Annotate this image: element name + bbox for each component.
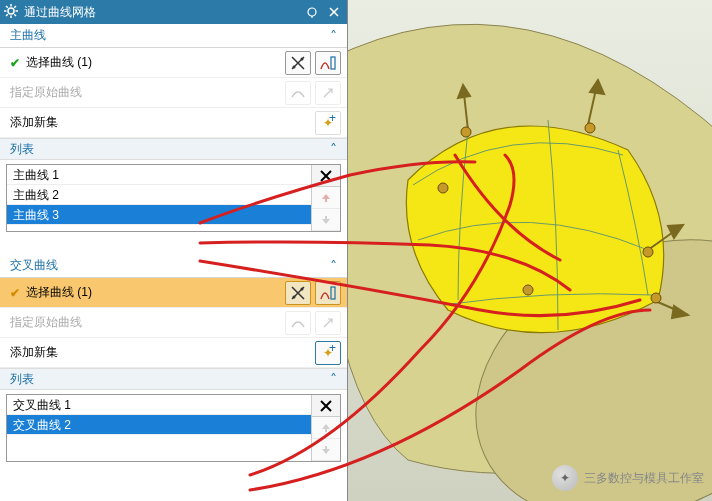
move-up-button[interactable]: [312, 417, 340, 439]
cross-curves-header[interactable]: 交叉曲线 ˄: [0, 254, 347, 278]
specify-original-label: 指定原始曲线: [10, 84, 281, 101]
specify-original-row-2: 指定原始曲线: [0, 308, 347, 338]
model-surface: [348, 0, 712, 501]
list-label: 列表: [10, 141, 34, 158]
add-set-button[interactable]: ✦+: [315, 111, 341, 135]
list-header-1[interactable]: 列表 ˄: [0, 138, 347, 160]
move-down-button[interactable]: [312, 209, 340, 231]
infer-intersect-button[interactable]: [285, 51, 311, 75]
gear-icon: [4, 4, 18, 21]
select-curve-row-2[interactable]: ✔ 选择曲线 (1): [0, 278, 347, 308]
watermark-text: 三多数控与模具工作室: [584, 470, 704, 487]
add-set-button[interactable]: ✦+: [315, 341, 341, 365]
svg-point-15: [293, 65, 296, 68]
cross-curves-label: 交叉曲线: [10, 257, 58, 274]
svg-point-0: [8, 8, 14, 14]
svg-rect-17: [331, 57, 335, 69]
list-item[interactable]: 交叉曲线 2: [7, 415, 311, 435]
primary-curves-label: 主曲线: [10, 27, 46, 44]
add-new-set-label: 添加新集: [10, 344, 311, 361]
svg-line-13: [292, 57, 304, 69]
svg-text:+: +: [329, 115, 336, 125]
sketch-icon: [285, 81, 311, 105]
svg-line-23: [292, 287, 304, 299]
sketch-icon: [285, 311, 311, 335]
list-item[interactable]: 主曲线 1: [7, 165, 311, 185]
svg-line-6: [14, 14, 16, 16]
svg-rect-26: [331, 287, 335, 299]
primary-curves-header[interactable]: 主曲线 ˄: [0, 24, 347, 48]
move-down-button[interactable]: [312, 439, 340, 461]
infer-intersect-button[interactable]: [285, 281, 311, 305]
svg-point-43: [643, 247, 653, 257]
list-item[interactable]: 主曲线 2: [7, 185, 311, 205]
list-item[interactable]: 主曲线 3: [7, 205, 311, 225]
chevron-up-icon: ˄: [330, 258, 337, 274]
svg-point-44: [651, 293, 661, 303]
list-items: 交叉曲线 1 交叉曲线 2: [7, 395, 312, 461]
list-items: 主曲线 1 主曲线 2 主曲线 3: [7, 165, 312, 231]
select-curve-label: 选择曲线 (1): [26, 54, 281, 71]
svg-point-45: [438, 183, 448, 193]
pin-button[interactable]: [303, 3, 321, 21]
cross-curves-list: 交叉曲线 1 交叉曲线 2: [6, 394, 341, 462]
list-label: 列表: [10, 371, 34, 388]
check-icon: ✔: [10, 56, 20, 70]
svg-line-5: [6, 6, 8, 8]
add-new-set-label: 添加新集: [10, 114, 311, 131]
svg-point-42: [523, 285, 533, 295]
dialog-title: 通过曲线网格: [24, 4, 96, 21]
svg-point-40: [461, 127, 471, 137]
specify-original-row-1: 指定原始曲线: [0, 78, 347, 108]
move-up-button[interactable]: [312, 187, 340, 209]
add-new-set-row-1: 添加新集 ✦+: [0, 108, 347, 138]
svg-text:✦: ✦: [323, 116, 333, 130]
check-icon: ✔: [10, 286, 20, 300]
svg-text:✦: ✦: [323, 346, 333, 360]
wechat-icon: ✦: [552, 465, 578, 491]
svg-line-22: [292, 287, 304, 299]
svg-point-24: [293, 295, 296, 298]
svg-text:+: +: [329, 345, 336, 355]
delete-item-button[interactable]: [312, 395, 340, 417]
curve-filter-button[interactable]: [315, 51, 341, 75]
arrow-icon: [315, 311, 341, 335]
arrow-icon: [315, 81, 341, 105]
svg-line-14: [292, 57, 304, 69]
curve-filter-button[interactable]: [315, 281, 341, 305]
svg-line-7: [14, 6, 16, 8]
chevron-up-icon: ˄: [330, 28, 337, 44]
list-item[interactable]: 交叉曲线 1: [7, 395, 311, 415]
dialog-titlebar: 通过曲线网格: [0, 0, 347, 24]
svg-point-25: [301, 287, 304, 290]
select-curve-label: 选择曲线 (1): [26, 284, 281, 301]
svg-point-9: [308, 8, 316, 16]
primary-curves-list: 主曲线 1 主曲线 2 主曲线 3: [6, 164, 341, 232]
dialog-panel: 通过曲线网格 主曲线 ˄ ✔ 选择曲线 (1) 指定原始曲线 添加新集 ✦+ 列…: [0, 0, 348, 501]
chevron-up-icon: ˄: [330, 141, 337, 157]
delete-item-button[interactable]: [312, 165, 340, 187]
model-viewport[interactable]: ✦ 三多数控与模具工作室: [348, 0, 712, 501]
list-header-2[interactable]: 列表 ˄: [0, 368, 347, 390]
svg-line-8: [6, 14, 8, 16]
specify-original-label: 指定原始曲线: [10, 314, 281, 331]
chevron-up-icon: ˄: [330, 371, 337, 387]
select-curve-row-1[interactable]: ✔ 选择曲线 (1): [0, 48, 347, 78]
close-button[interactable]: [325, 3, 343, 21]
svg-point-16: [301, 57, 304, 60]
svg-point-41: [585, 123, 595, 133]
watermark: ✦ 三多数控与模具工作室: [552, 465, 704, 491]
add-new-set-row-2: 添加新集 ✦+: [0, 338, 347, 368]
